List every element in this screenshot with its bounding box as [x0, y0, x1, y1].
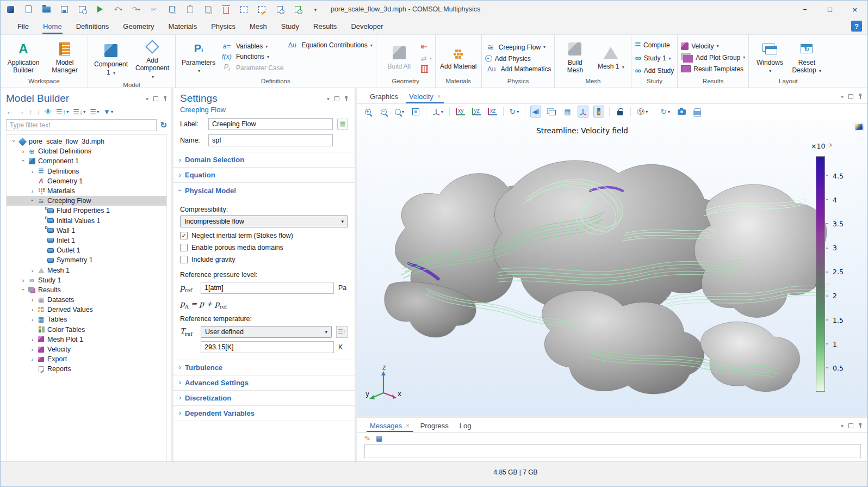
menu-results[interactable]: Results	[306, 18, 344, 34]
temperature-input[interactable]	[201, 341, 334, 353]
checkbox-checked-icon[interactable]: ✓	[180, 232, 188, 239]
name-input[interactable]	[208, 134, 333, 146]
tree-item-fluid-properties-1[interactable]: Fluid Properties 1	[7, 206, 166, 215]
save-icon[interactable]	[59, 4, 70, 15]
menu-developer[interactable]: Developer	[344, 18, 390, 34]
move-up-icon[interactable]: ↑	[29, 108, 33, 116]
build-mesh-button[interactable]: Build Mesh	[558, 39, 592, 76]
tree-item-mesh-plot-1[interactable]: Mesh Plot 1	[7, 335, 166, 344]
tree-item-materials[interactable]: Materials	[7, 186, 166, 196]
gravity-checkbox-row[interactable]: Include gravity	[180, 256, 348, 263]
checkbox-unchecked-icon[interactable]	[180, 256, 188, 263]
zoom-in-button[interactable]: +	[362, 106, 373, 118]
duplicate-icon[interactable]	[202, 4, 213, 15]
parameters-button[interactable]: Pi Parameters▾	[179, 39, 218, 76]
menu-materials[interactable]: Materials	[161, 18, 204, 34]
tree-item-results[interactable]: Results	[7, 285, 166, 295]
tree-item-tables[interactable]: ▦Tables	[7, 315, 166, 324]
add-physics-button[interactable]: Add Physics	[485, 55, 551, 63]
menu-geometry[interactable]: Geometry	[116, 18, 161, 34]
go-to-default-view-button[interactable]: ▾	[431, 106, 444, 118]
undo-icon[interactable]: ↶▾	[113, 4, 123, 15]
view-yz-button[interactable]: yz	[471, 106, 482, 118]
show-icon[interactable]: 👁	[45, 108, 52, 116]
label-input[interactable]	[208, 118, 333, 130]
windows-button[interactable]: Windows▾	[752, 39, 787, 76]
add-study-button[interactable]: ∞ Add Study	[635, 66, 674, 76]
move-down-icon[interactable]: ↓	[37, 108, 41, 116]
panel-pin-icon[interactable]	[344, 96, 348, 101]
tree-item-definitions[interactable]: ☰Definitions	[7, 167, 166, 176]
select-box-icon[interactable]	[238, 4, 249, 15]
node-order-icon[interactable]: ☰▾	[90, 108, 99, 116]
tab-progress[interactable]: Progress	[415, 419, 454, 432]
image-settings-button[interactable]: ▾	[636, 106, 649, 118]
result-templates-button[interactable]: Result Templates	[681, 65, 745, 73]
zoom-box-button[interactable]: ▾	[394, 106, 405, 118]
section-equation[interactable]: Equation	[173, 168, 355, 183]
study-1-button[interactable]: ∞ Study 1▾	[635, 53, 674, 63]
new-file-icon[interactable]	[23, 4, 34, 15]
panel-float-icon[interactable]	[334, 96, 339, 101]
snapshot-button[interactable]	[676, 106, 687, 118]
compute-button[interactable]: = Compute	[635, 39, 674, 51]
message-table-icon[interactable]: ▦	[376, 434, 382, 442]
add-component-button[interactable]: Add Component ▾	[133, 37, 172, 82]
search-doc-icon[interactable]	[292, 4, 303, 15]
refresh-icon[interactable]: ↻	[160, 120, 167, 130]
reset-desktop-button[interactable]: ↻ Reset Desktop ▾	[789, 39, 824, 76]
panel-menu-chevron-icon[interactable]: ▾	[327, 96, 330, 102]
panel-float-icon[interactable]	[153, 96, 158, 101]
customize-toolbar-chevron-icon[interactable]: ▾	[310, 4, 321, 15]
zoom-out-button[interactable]: −	[378, 106, 389, 118]
panel-pin-icon[interactable]	[858, 423, 862, 428]
collapse-all-icon[interactable]: ☰↑▾	[56, 108, 69, 116]
tree-item-global-definitions[interactable]: ⊕Global Definitions	[7, 146, 166, 156]
deselect-icon[interactable]	[256, 4, 267, 15]
panel-float-icon[interactable]	[848, 423, 853, 428]
tree-item-color-tables[interactable]: Color Tables	[7, 325, 166, 335]
equation-contributions-button[interactable]: Δu Equation Contributions▾	[286, 41, 372, 49]
copy-icon[interactable]	[166, 4, 177, 15]
compressibility-dropdown[interactable]: Incompressible flow ▾	[180, 215, 348, 227]
section-discretization[interactable]: Discretization	[173, 391, 355, 406]
model-manager-button[interactable]: Model Manager	[45, 39, 84, 76]
environment-reflections-button[interactable]	[546, 106, 557, 118]
menu-study[interactable]: Study	[274, 18, 306, 34]
minimize-button[interactable]: −	[792, 1, 817, 18]
functions-button[interactable]: f(x) Functions▾	[220, 53, 283, 60]
rename-icon[interactable]: ☰	[337, 119, 348, 130]
parameter-case-button[interactable]: Pi Parameter Case	[220, 63, 283, 72]
add-material-button[interactable]: Add Material	[439, 43, 478, 72]
go-to-source-icon[interactable]: ☰↑	[336, 326, 348, 338]
section-physical-model[interactable]: Physical Model	[173, 183, 355, 198]
section-domain-selection[interactable]: Domain Selection	[173, 152, 355, 168]
panel-float-icon[interactable]	[848, 94, 853, 99]
panel-menu-chevron-icon[interactable]: ▾	[841, 94, 844, 100]
menu-physics[interactable]: Physics	[204, 18, 243, 34]
expand-all-icon[interactable]: ☰↓▾	[73, 108, 85, 116]
filter-funnel-icon[interactable]: ▼▾	[103, 108, 113, 116]
close-tab-icon[interactable]: ×	[437, 93, 441, 100]
messages-output[interactable]	[364, 444, 861, 458]
tab-graphics[interactable]: Graphics	[364, 89, 404, 103]
lock-view-button[interactable]	[615, 106, 625, 118]
update-plot-button[interactable]: ↻▾	[659, 106, 671, 118]
view-xz-button[interactable]: xz	[487, 106, 498, 118]
import-geometry-button[interactable]: ⇤	[421, 42, 432, 52]
graphics-canvas[interactable]: Streamline: Velocity field	[357, 119, 867, 416]
menu-home[interactable]: Home	[36, 18, 69, 34]
print-button[interactable]	[692, 106, 703, 118]
add-mathematics-button[interactable]: Δu Add Mathematics	[485, 65, 551, 73]
physics-interface-dropdown[interactable]: ≋ Creeping Flow▾	[485, 42, 551, 52]
maximize-button[interactable]: □	[817, 1, 842, 18]
find-icon[interactable]	[274, 4, 285, 15]
tree-item-initial-values-1[interactable]: Initial Values 1	[7, 216, 166, 226]
menu-mesh[interactable]: Mesh	[243, 18, 274, 34]
save-as-icon[interactable]	[77, 4, 88, 15]
update-geometry-button[interactable]: ⇄▾	[421, 54, 432, 63]
section-advanced-settings[interactable]: Advanced Settings	[173, 375, 355, 391]
tree-filter-input[interactable]	[6, 119, 157, 131]
clear-messages-icon[interactable]: ✎	[363, 434, 371, 443]
tree-item-velocity[interactable]: Velocity	[7, 344, 166, 354]
